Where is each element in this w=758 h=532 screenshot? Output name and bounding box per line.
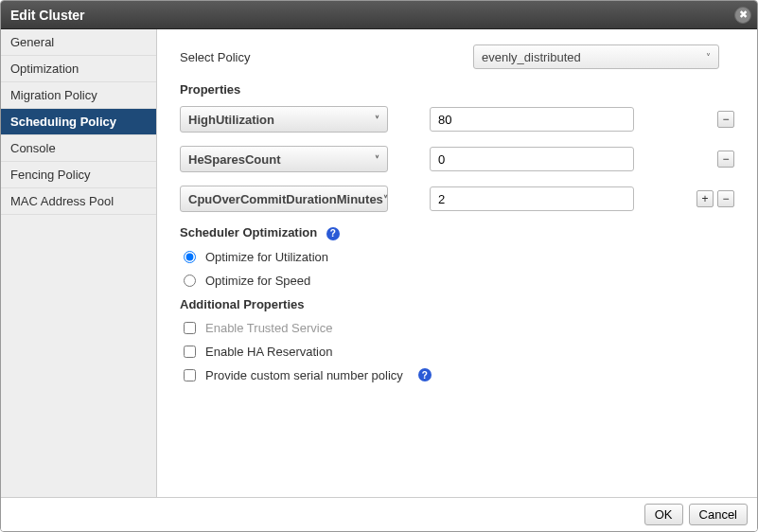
additional-option: Enable HA Reservation: [180, 345, 734, 359]
enable-ha-reservation-checkbox[interactable]: [184, 346, 196, 358]
minus-icon: −: [722, 114, 729, 125]
property-name-dropdown[interactable]: HeSparesCount ˅: [180, 146, 388, 172]
ok-button[interactable]: OK: [644, 504, 683, 525]
scheduler-opt-header: Scheduler Optimization ?: [180, 225, 734, 240]
scheduler-opt-option: Optimize for Speed: [180, 274, 734, 288]
cancel-button[interactable]: Cancel: [689, 504, 748, 525]
custom-serial-number-label[interactable]: Provide custom serial number policy: [205, 368, 403, 382]
help-icon[interactable]: ?: [418, 368, 432, 381]
sidebar-item-optimization[interactable]: Optimization: [1, 56, 156, 82]
plus-icon: +: [701, 193, 708, 204]
property-row: CpuOverCommitDurationMinutes ˅ + −: [180, 186, 734, 212]
select-policy-label: Select Policy: [180, 50, 473, 64]
property-value-input[interactable]: [430, 107, 634, 132]
edit-cluster-dialog: Edit Cluster ✖ General Optimization Migr…: [0, 0, 758, 532]
minus-icon: −: [722, 193, 729, 204]
property-value-input[interactable]: [430, 186, 634, 211]
custom-serial-number-checkbox[interactable]: [184, 369, 196, 381]
sidebar-item-migration-policy[interactable]: Migration Policy: [1, 82, 156, 109]
additional-props-header: Additional Properties: [180, 297, 734, 311]
add-property-button[interactable]: +: [696, 190, 714, 207]
sidebar-item-fencing-policy[interactable]: Fencing Policy: [1, 162, 156, 188]
sidebar-item-general[interactable]: General: [1, 29, 156, 56]
select-policy-row: Select Policy evenly_distributed ˅: [180, 44, 734, 69]
sidebar-item-console[interactable]: Console: [1, 135, 156, 162]
minus-icon: −: [722, 153, 729, 165]
remove-property-button[interactable]: −: [717, 190, 734, 207]
dialog-footer: OK Cancel: [1, 497, 757, 531]
remove-property-button[interactable]: −: [717, 111, 734, 128]
properties-header: Properties: [180, 82, 734, 97]
scheduler-opt-option: Optimize for Utilization: [180, 250, 734, 264]
chevron-down-icon: ˅: [383, 194, 388, 204]
help-icon[interactable]: ?: [326, 227, 340, 240]
sidebar: General Optimization Migration Policy Sc…: [1, 29, 157, 497]
sidebar-item-mac-address-pool[interactable]: MAC Address Pool: [1, 188, 156, 215]
dialog-body: General Optimization Migration Policy Sc…: [1, 29, 757, 497]
enable-trusted-service-checkbox[interactable]: [184, 322, 196, 334]
optimize-speed-label[interactable]: Optimize for Speed: [205, 274, 310, 288]
select-policy-value: evenly_distributed: [482, 50, 581, 64]
main-panel: Select Policy evenly_distributed ˅ Prope…: [157, 29, 757, 497]
additional-option: Provide custom serial number policy ?: [180, 368, 734, 382]
property-name-dropdown[interactable]: HighUtilization ˅: [180, 106, 388, 133]
optimize-speed-radio[interactable]: [184, 275, 196, 287]
optimize-utilization-label[interactable]: Optimize for Utilization: [205, 250, 328, 264]
titlebar: Edit Cluster ✖: [1, 1, 757, 29]
enable-trusted-service-label[interactable]: Enable Trusted Service: [205, 321, 332, 335]
select-policy-dropdown[interactable]: evenly_distributed ˅: [473, 44, 719, 69]
additional-option: Enable Trusted Service: [180, 321, 734, 335]
property-buttons: + −: [696, 190, 734, 207]
chevron-down-icon: ˅: [375, 154, 379, 165]
property-row: HighUtilization ˅ −: [180, 106, 734, 133]
property-buttons: −: [717, 111, 734, 128]
remove-property-button[interactable]: −: [717, 151, 734, 168]
property-value-input[interactable]: [430, 147, 634, 171]
property-name-dropdown[interactable]: CpuOverCommitDurationMinutes ˅: [180, 186, 388, 212]
close-icon[interactable]: ✖: [734, 7, 751, 24]
optimize-utilization-radio[interactable]: [184, 251, 196, 263]
chevron-down-icon: ˅: [375, 115, 379, 125]
sidebar-item-scheduling-policy[interactable]: Scheduling Policy: [1, 109, 156, 135]
property-buttons: −: [717, 151, 734, 168]
chevron-down-icon: ˅: [706, 52, 711, 62]
dialog-title: Edit Cluster: [10, 8, 85, 23]
property-row: HeSparesCount ˅ −: [180, 146, 734, 172]
enable-ha-reservation-label[interactable]: Enable HA Reservation: [205, 345, 332, 359]
